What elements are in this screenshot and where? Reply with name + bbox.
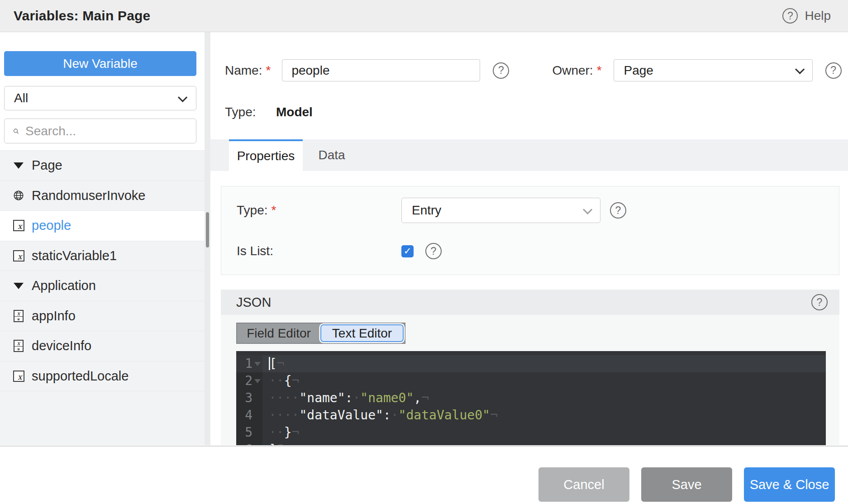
code-line[interactable]: 6 ]¶ [236,441,826,445]
chevron-down-icon [178,92,187,102]
sidebar-item-appinfo[interactable]: x∗ appInfo [0,301,210,332]
required-asterisk: * [271,203,276,217]
is-list-label: Is List: [237,244,401,258]
save-button[interactable]: Save [641,467,732,502]
sidebar-scrollbar[interactable] [205,32,210,445]
json-section-title: JSON [236,295,271,310]
json-code-editor[interactable]: 1 [¬ 2 ··{¬ 3 ····"name":·"name0",¬ 4 [236,351,826,445]
entry-type-select[interactable]: Entry [401,198,600,223]
owner-help-icon[interactable]: ? [825,62,842,79]
name-owner-row: Name:* ? Owner:* Page ? [225,59,848,81]
sidebar-item-supportedlocale[interactable]: x supportedLocale [0,361,210,392]
name-help-icon[interactable]: ? [493,62,509,79]
is-list-row: Is List: ✓ ? [237,243,839,259]
variables-sidebar: New Variable All Page [0,32,210,445]
chevron-down-icon [795,65,805,74]
variable-detail: Name:* ? Owner:* Page ? Type: Model Prop… [210,32,848,445]
save-and-close-button[interactable]: Save & Close [744,467,835,502]
code-line[interactable]: 4 ····"dataValue":·"dataValue0"¬ [236,407,826,424]
variables-list: Page RandomuserInvoke x pe [0,150,210,445]
editor-mode-toggle: Field Editor Text Editor [236,323,405,344]
code-line[interactable]: 3 ····"name":·"name0",¬ [236,390,826,407]
sidebar-item-staticvariable1[interactable]: x staticVariable1 [0,241,210,271]
builtin-variable-icon: x∗ [14,340,24,352]
owner-label: Owner:* [552,63,601,78]
fold-arrow-icon[interactable] [254,362,261,366]
dialog-body: New Variable All Page [0,32,848,445]
json-section-header: JSON ? [221,290,839,315]
json-section: JSON ? Field Editor Text Editor 1 [¬ [221,290,839,445]
fold-arrow-icon[interactable] [254,379,261,383]
owner-select-value: Page [624,63,653,78]
text-editor-button[interactable]: Text Editor [320,324,404,342]
entry-type-value: Entry [412,203,441,218]
sidebar-scrollbar-thumb[interactable] [206,212,209,247]
detail-tabbar: Properties Data [210,139,848,171]
search-input[interactable] [25,124,189,138]
json-section-body: Field Editor Text Editor 1 [¬ 2 ··{¬ [221,315,839,445]
entry-type-label: Type:* [237,203,401,218]
variable-icon: x [13,250,24,262]
sidebar-group-application[interactable]: Application [0,271,210,301]
is-list-help-icon[interactable]: ? [425,243,442,259]
json-help-icon[interactable]: ? [811,294,828,310]
entry-type-help-icon[interactable]: ? [610,202,626,219]
entry-type-row: Type:* Entry ? [237,198,839,223]
code-line[interactable]: 5 ··}¬ [236,424,826,441]
help-circle-icon[interactable]: ? [782,8,798,24]
variables-dialog: Variables: Main Page ? Help New Variable… [0,0,848,504]
required-asterisk: * [597,63,602,77]
help-label: Help [805,9,831,23]
tab-data[interactable]: Data [303,139,361,171]
field-editor-button[interactable]: Field Editor [237,326,320,341]
collapse-triangle-icon[interactable] [14,283,24,289]
is-list-checkbox[interactable]: ✓ [401,245,414,257]
name-label: Name:* [225,63,271,78]
properties-panel: Type:* Entry ? Is List: ✓ ? [221,186,839,275]
owner-select[interactable]: Page [614,59,813,81]
sidebar-item-deviceinfo[interactable]: x∗ deviceInfo [0,331,210,361]
search-box[interactable] [4,119,196,143]
code-line[interactable]: 1 [¬ [236,355,826,372]
chevron-down-icon [583,204,592,214]
help-button[interactable]: ? Help [782,8,831,24]
required-asterisk: * [266,63,271,77]
tab-properties[interactable]: Properties [229,139,303,171]
sidebar-group-page[interactable]: Page [0,151,210,181]
type-row: Type: Model [225,105,848,119]
variable-icon: x [13,371,24,382]
dialog-footer: Cancel Save Save & Close [0,446,848,504]
code-line[interactable]: 2 ··{¬ [236,372,826,390]
new-variable-button[interactable]: New Variable [4,51,196,76]
service-globe-icon [13,189,24,202]
builtin-variable-icon: x∗ [14,310,24,322]
sidebar-controls: New Variable All [0,32,210,143]
variable-icon: x [13,220,24,231]
page-title: Variables: Main Page [14,8,150,24]
filter-select-value: All [14,91,28,105]
collapse-triangle-icon[interactable] [14,162,24,169]
sidebar-item-randomuserinvoke[interactable]: RandomuserInvoke [0,181,210,211]
search-icon [13,125,19,138]
type-label: Type: [225,105,276,119]
cancel-button[interactable]: Cancel [538,467,629,502]
filter-select[interactable]: All [4,86,196,110]
dialog-header: Variables: Main Page ? Help [0,0,848,32]
sidebar-item-people[interactable]: x people [0,211,210,241]
name-input[interactable] [282,59,480,81]
type-value: Model [276,105,313,119]
